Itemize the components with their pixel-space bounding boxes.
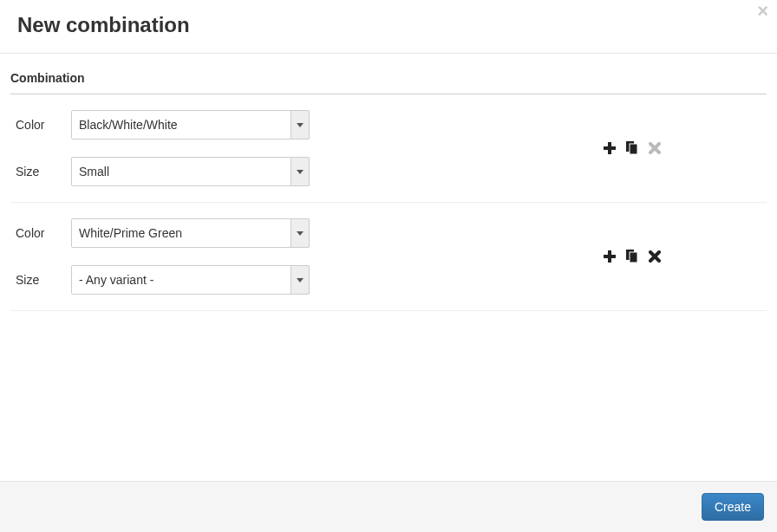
field-row-size: SizeSmall — [10, 157, 310, 186]
modal-title: New combination — [17, 13, 760, 37]
size-label: Size — [10, 273, 71, 287]
color-select-wrap: White/Prime Green — [71, 218, 310, 248]
section-title: Combination — [10, 71, 767, 94]
size-select-wrap: Small — [71, 157, 310, 186]
remove-icon[interactable] — [647, 249, 663, 264]
color-select[interactable]: Black/White/White — [71, 110, 310, 139]
modal-footer: Create — [0, 481, 777, 532]
remove-icon — [647, 140, 663, 156]
color-label: Color — [10, 226, 71, 240]
group-actions — [602, 140, 767, 156]
combination-fields: ColorBlack/White/WhiteSizeSmall — [10, 110, 310, 186]
size-select[interactable]: - Any variant - — [71, 265, 310, 295]
field-row-color: ColorWhite/Prime Green — [10, 218, 310, 248]
color-select[interactable]: White/Prime Green — [71, 218, 310, 248]
combination-group: ColorBlack/White/WhiteSizeSmall — [10, 94, 767, 203]
field-row-size: Size- Any variant - — [10, 265, 310, 295]
modal-body: Combination ColorBlack/White/WhiteSizeSm… — [0, 54, 777, 328]
plus-icon[interactable] — [602, 140, 617, 156]
plus-icon[interactable] — [602, 249, 617, 264]
color-label: Color — [10, 118, 71, 132]
svg-rect-1 — [604, 146, 616, 150]
size-label: Size — [10, 165, 71, 178]
svg-rect-7 — [630, 252, 637, 263]
group-actions — [602, 249, 767, 264]
field-row-color: ColorBlack/White/White — [10, 110, 310, 139]
combination-fields: ColorWhite/Prime GreenSize- Any variant … — [10, 218, 310, 295]
close-icon[interactable]: × — [757, 2, 768, 21]
svg-rect-3 — [630, 144, 637, 154]
copy-icon[interactable] — [624, 249, 640, 264]
svg-rect-5 — [604, 255, 616, 258]
copy-icon[interactable] — [624, 140, 640, 156]
color-select-wrap: Black/White/White — [71, 110, 310, 139]
combination-group: ColorWhite/Prime GreenSize- Any variant … — [10, 203, 767, 311]
modal-header: New combination × — [0, 0, 777, 54]
size-select-wrap: - Any variant - — [71, 265, 310, 295]
create-button[interactable]: Create — [702, 493, 764, 521]
size-select[interactable]: Small — [71, 157, 310, 186]
